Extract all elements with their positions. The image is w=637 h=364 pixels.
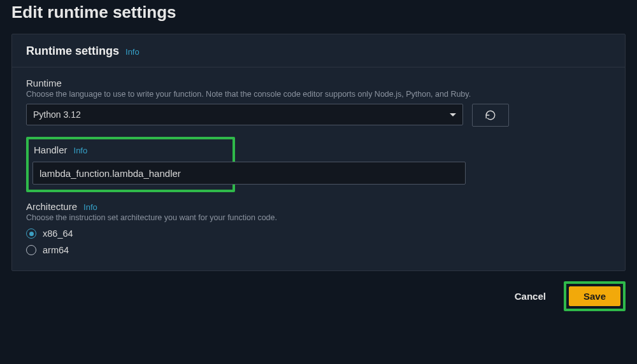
runtime-select-value: Python 3.12 [33, 109, 81, 120]
footer-actions: Cancel Save [11, 271, 626, 311]
architecture-hint: Choose the instruction set architecture … [26, 213, 611, 222]
architecture-option-label: arm64 [43, 245, 69, 255]
architecture-label-row: Architecture Info [26, 201, 611, 212]
page-title: Edit runtime settings [11, 3, 626, 22]
section-info-link[interactable]: Info [125, 47, 140, 57]
runtime-row: Python 3.12 [26, 104, 611, 127]
architecture-option-x86_64[interactable]: x86_64 [26, 228, 611, 239]
architecture-option-arm64[interactable]: arm64 [26, 245, 611, 255]
runtime-label-row: Runtime [26, 78, 611, 88]
runtime-settings-panel: Runtime settings Info Runtime Choose the… [11, 34, 626, 271]
architecture-label: Architecture [26, 201, 77, 212]
panel-body: Runtime Choose the language to use to wr… [12, 67, 625, 270]
save-button-highlight: Save [564, 281, 626, 311]
refresh-icon [485, 109, 496, 121]
save-button[interactable]: Save [569, 286, 620, 306]
page-root: Edit runtime settings Runtime settings I… [0, 3, 637, 323]
runtime-hint: Choose the language to use to write your… [26, 90, 611, 99]
architecture-block: Architecture Info Choose the instruction… [26, 201, 611, 255]
handler-label: Handler [34, 144, 68, 155]
architecture-option-label: x86_64 [43, 228, 73, 239]
radio-icon [26, 245, 36, 255]
handler-label-row: Handler Info [32, 144, 229, 155]
radio-icon [26, 228, 36, 239]
architecture-info-link[interactable]: Info [83, 202, 97, 212]
handler-block: Handler Info [26, 137, 235, 192]
cancel-button[interactable]: Cancel [506, 286, 555, 307]
section-title: Runtime settings [26, 45, 119, 58]
handler-info-link[interactable]: Info [74, 146, 88, 155]
handler-input[interactable] [32, 162, 466, 185]
panel-header: Runtime settings Info [12, 34, 625, 67]
runtime-label: Runtime [26, 78, 62, 88]
runtime-select[interactable]: Python 3.12 [26, 104, 463, 125]
runtime-select-wrap: Python 3.12 [26, 104, 463, 127]
refresh-button[interactable] [472, 104, 509, 127]
